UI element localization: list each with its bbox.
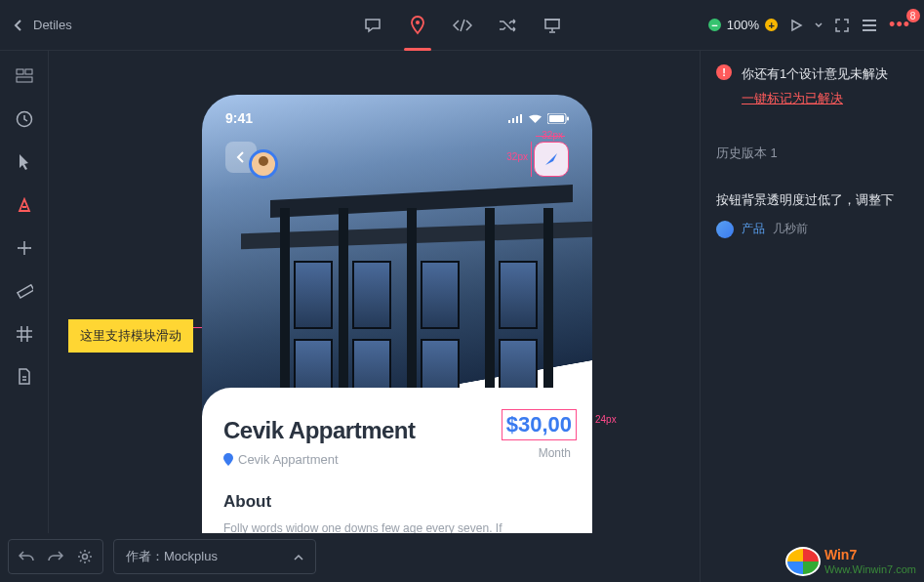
undo-icon[interactable]	[19, 550, 34, 563]
history-heading[interactable]: 历史版本 1	[716, 145, 908, 162]
zoom-control[interactable]: − 100% +	[708, 18, 778, 32]
author-box[interactable]: 作者：Mockplus	[113, 539, 316, 574]
dim-label-32b: 32px	[506, 151, 528, 162]
compass-button[interactable]	[534, 142, 569, 177]
svg-rect-9	[567, 116, 569, 120]
breadcrumb-title[interactable]: Detiles	[33, 18, 72, 32]
right-panel: ! 你还有1个设计意见未解决 一键标记为已解决 历史版本 1 按钮背景透明度过低…	[700, 51, 924, 582]
pointer-icon[interactable]	[15, 152, 34, 172]
watermark: Win7 Www.Winwin7.com	[785, 547, 916, 576]
watermark-logo-icon	[785, 547, 821, 576]
user-avatar[interactable]	[249, 149, 278, 179]
watermark-line1: Win7	[824, 548, 916, 562]
about-heading: About	[223, 492, 571, 512]
shuffle-icon[interactable]	[498, 16, 517, 35]
status-icons	[507, 110, 569, 126]
svg-rect-3	[25, 69, 32, 74]
text-annotation-icon[interactable]	[15, 195, 34, 215]
pin-icon[interactable]	[408, 16, 427, 35]
comment-block[interactable]: 按钮背景透明度过低了，调整下 产品 几秒前	[716, 191, 908, 238]
code-icon[interactable]	[453, 16, 472, 35]
watermark-line2: Www.Winwin7.com	[824, 563, 916, 575]
ruler-icon[interactable]	[15, 281, 34, 301]
dim-label-24: 24px	[595, 414, 617, 425]
annotation-callout[interactable]: 这里支持模块滑动	[68, 319, 193, 353]
status-time: 9:41	[225, 110, 253, 126]
battery-icon	[547, 113, 569, 124]
svg-point-0	[416, 21, 420, 24]
gear-icon[interactable]	[77, 549, 93, 564]
notification-badge: 8	[906, 9, 920, 22]
zoom-out-icon[interactable]: −	[708, 19, 721, 31]
comment-text: 按钮背景透明度过低了，调整下	[716, 191, 908, 209]
zoom-in-icon[interactable]: +	[765, 19, 778, 31]
svg-rect-8	[549, 115, 564, 122]
property-card: Cevik Appartment Cevik Appartment $30,00…	[202, 388, 592, 533]
annotation-line	[536, 136, 565, 137]
chevron-down-icon[interactable]	[815, 22, 823, 28]
back-chevron-icon[interactable]	[14, 19, 23, 32]
about-text: Folly words widow one downs few age ever…	[223, 520, 571, 533]
wifi-icon	[528, 113, 542, 124]
presentation-icon[interactable]	[542, 16, 562, 35]
location-text: Cevik Appartment	[238, 452, 339, 467]
resolve-link[interactable]: 一键标记为已解决	[742, 90, 908, 107]
fullscreen-icon[interactable]	[834, 18, 850, 33]
grid-icon[interactable]	[15, 324, 34, 344]
left-toolbar	[0, 51, 49, 533]
comment-user: 产品	[742, 221, 765, 237]
top-right: − 100% + •••8	[708, 15, 910, 35]
bottom-bar: 作者：Mockplus	[8, 539, 316, 574]
price-box: $30,00	[502, 409, 577, 440]
document-icon[interactable]	[15, 367, 34, 387]
history-icon[interactable]	[15, 109, 34, 129]
svg-rect-4	[17, 77, 32, 82]
svg-rect-1	[545, 20, 559, 28]
add-icon[interactable]	[15, 238, 34, 258]
comment-avatar	[716, 221, 734, 238]
top-left: Detiles	[14, 18, 72, 32]
author-label: 作者：Mockplus	[126, 548, 218, 565]
play-icon[interactable]	[789, 19, 803, 32]
price-value: $30,00	[506, 412, 572, 437]
card-location: Cevik Appartment	[223, 452, 571, 467]
alert-text: 你还有1个设计意见未解决	[742, 64, 888, 84]
comment-meta: 产品 几秒前	[716, 221, 908, 238]
status-bar: 9:41	[225, 110, 569, 126]
price-period: Month	[539, 446, 571, 460]
layers-icon[interactable]	[15, 66, 34, 86]
comment-time: 几秒前	[773, 221, 808, 237]
history-controls	[8, 539, 103, 574]
device-mockup: 9:41 32px 32px Cevik Appartment Cevik Ap…	[202, 95, 592, 533]
watermark-text: Win7 Www.Winwin7.com	[824, 548, 916, 574]
location-pin-icon	[223, 453, 233, 466]
top-center-tools	[363, 16, 562, 35]
menu-icon[interactable]	[862, 19, 877, 32]
svg-point-10	[83, 555, 88, 560]
annotation-line	[531, 142, 532, 177]
svg-rect-6	[17, 285, 32, 298]
chevron-up-icon[interactable]	[294, 554, 303, 561]
comment-icon[interactable]	[363, 16, 382, 35]
alert-icon: !	[716, 64, 732, 80]
top-bar: Detiles − 100% + •••8	[0, 0, 924, 51]
svg-rect-2	[17, 69, 23, 74]
alert-row: ! 你还有1个设计意见未解决	[716, 64, 908, 84]
redo-icon[interactable]	[48, 550, 63, 563]
signal-icon	[507, 113, 523, 124]
canvas[interactable]: 这里支持模块滑动 32px 24px 270px 9:41	[49, 51, 700, 533]
zoom-value: 100%	[727, 18, 759, 32]
more-icon[interactable]: •••8	[889, 15, 910, 35]
